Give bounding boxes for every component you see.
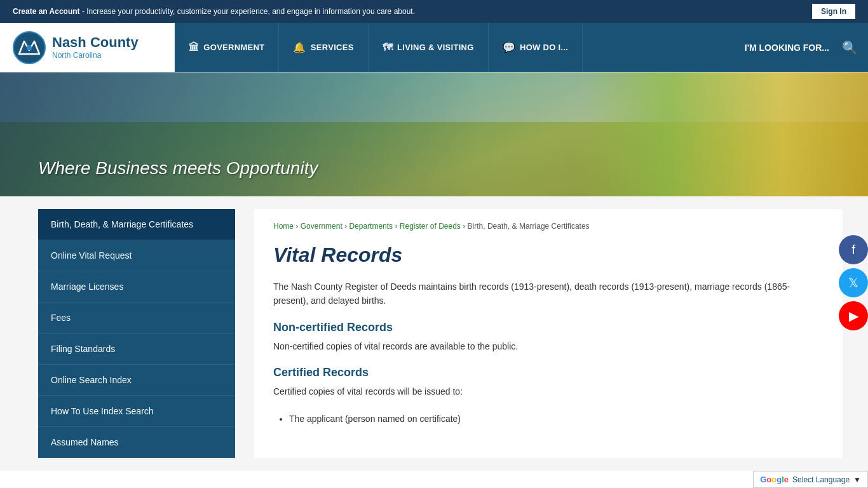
banner-description: - Increase your productivity, customize … [80,7,415,16]
county-name: Nash County [52,35,139,50]
page-title: Vital Records [273,243,824,267]
twitter-button[interactable]: 𝕏 [839,268,868,297]
certified-body: Certified copies of vital records will b… [273,384,824,398]
breadcrumb-home[interactable]: Home [273,222,294,231]
content-area: Home › Government › Departments › Regist… [254,209,843,458]
non-certified-body: Non-certified copies of vital records ar… [273,339,824,353]
sidebar-item-online-search[interactable]: Online Search Index [38,365,235,396]
services-icon: 🔔 [293,41,306,53]
logo-icon [13,31,46,64]
breadcrumb-departments[interactable]: Departments [349,222,393,231]
youtube-button[interactable]: ▶ [839,301,868,330]
search-button[interactable]: 🔍 [842,40,858,55]
certified-heading: Certified Records [273,366,824,379]
sidebar-item-online-vital[interactable]: Online Vital Request [38,240,235,271]
nav-search-area: I'M LOOKING FOR... 🔍 [583,23,868,72]
sidebar-nav: Birth, Death, & Marriage Certificates On… [38,209,235,458]
breadcrumb-sep-3: › [395,222,399,231]
facebook-button[interactable]: f [839,235,868,264]
breadcrumb-government[interactable]: Government [301,222,342,231]
nav-government-label: GOVERNMENT [203,43,264,52]
sign-in-button[interactable]: Sign In [812,4,855,19]
main-content: Birth, Death, & Marriage Certificates On… [0,196,868,471]
social-sidebar: f 𝕏 ▶ [839,235,868,332]
breadcrumb-register-deeds[interactable]: Register of Deeds [400,222,461,231]
breadcrumb-sep-1: › [295,222,300,231]
nav-government[interactable]: 🏛 GOVERNMENT [175,23,279,72]
main-nav: 🏛 GOVERNMENT 🔔 SERVICES 🗺 LIVING & VISIT… [175,23,868,72]
looking-for-label[interactable]: I'M LOOKING FOR... [745,43,829,53]
sidebar-item-birth-death[interactable]: Birth, Death, & Marriage Certificates [38,209,235,240]
top-banner: Create an Account - Increase your produc… [0,0,868,23]
nav-services[interactable]: 🔔 SERVICES [279,23,368,72]
breadcrumb-sep-4: › [463,222,467,231]
hero-section: Where Business meets Opportunity [0,72,868,196]
living-icon: 🗺 [383,42,393,53]
site-header: Nash County North Carolina 🏛 GOVERNMENT … [0,23,868,72]
sidebar-item-assumed-names[interactable]: Assumed Names [38,427,235,458]
youtube-icon: ▶ [849,308,858,323]
nav-services-label: SERVICES [311,43,354,52]
sidebar-item-how-to-use[interactable]: How To Use Index Search [38,396,235,427]
sidebar-item-filing[interactable]: Filing Standards [38,334,235,365]
nav-how-do-i-label: HOW DO I... [520,43,568,52]
banner-create-account: Create an Account [13,7,80,16]
nav-how-do-i[interactable]: 💬 HOW DO I... [489,23,583,72]
state-name: North Carolina [52,51,139,60]
government-icon: 🏛 [189,42,199,53]
intro-text: The Nash County Register of Deeds mainta… [273,280,824,308]
breadcrumb: Home › Government › Departments › Regist… [273,222,824,231]
facebook-icon: f [851,243,855,257]
sidebar-item-marriage[interactable]: Marriage Licenses [38,271,235,302]
certified-list-item: The applicant (person named on certifica… [289,412,824,427]
certified-list: The applicant (person named on certifica… [289,412,824,427]
hero-tagline: Where Business meets Opportunity [38,158,318,179]
breadcrumb-current: Birth, Death, & Marriage Certificates [468,222,590,231]
sidebar-item-fees[interactable]: Fees [38,302,235,334]
logo-area: Nash County North Carolina [0,23,175,72]
svg-point-1 [27,45,32,50]
banner-text: Create an Account - Increase your produc… [13,7,812,16]
logo-text: Nash County North Carolina [52,35,139,59]
twitter-icon: 𝕏 [848,275,858,290]
nav-living[interactable]: 🗺 LIVING & VISITING [369,23,489,72]
hero-flowers [582,72,868,196]
nav-living-label: LIVING & VISITING [397,43,474,52]
how-do-i-icon: 💬 [503,41,515,53]
non-certified-heading: Non-certified Records [273,321,824,334]
